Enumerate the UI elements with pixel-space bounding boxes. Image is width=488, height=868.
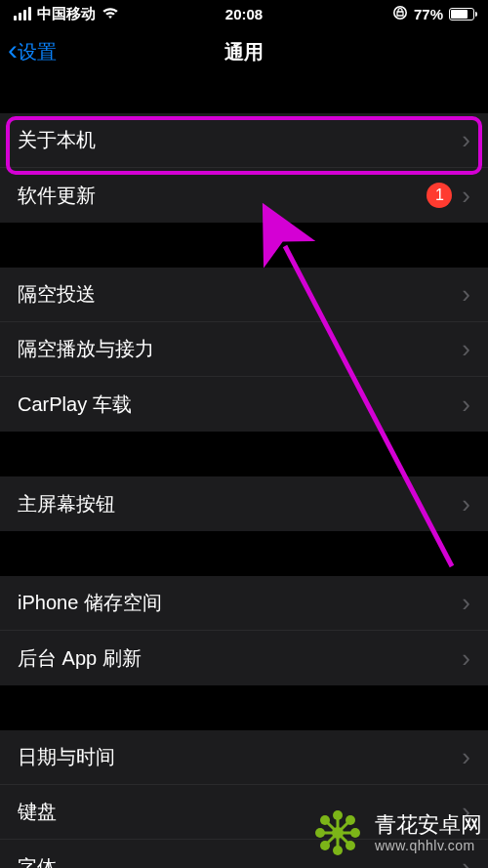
row-label: iPhone 储存空间 [18,590,452,616]
battery-icon [449,8,474,21]
notification-badge: 1 [427,183,452,208]
row-label: 后台 App 刷新 [18,645,452,672]
chevron-right-icon: › [462,588,470,618]
watermark: 青花安卓网 www.qhhlv.com [308,804,482,862]
chevron-right-icon: › [462,334,470,364]
chevron-right-icon: › [462,390,470,420]
wifi-icon [102,6,119,22]
row-label: 软件更新 [18,183,427,209]
svg-point-6 [350,828,360,838]
chevron-right-icon: › [462,181,470,211]
page-title: 通用 [224,39,264,65]
chevron-right-icon: › [462,742,470,772]
row-carplay[interactable]: CarPlay 车载› [0,377,488,432]
watermark-title: 青花安卓网 [375,812,482,837]
row-about[interactable]: 关于本机› [0,113,488,168]
svg-point-3 [333,810,343,820]
nav-bar: ‹ 设置 通用 [0,27,488,76]
settings-group: iPhone 储存空间›后台 App 刷新› [0,576,488,685]
chevron-right-icon: › [462,489,470,519]
back-button[interactable]: ‹ 设置 [8,37,57,66]
svg-point-4 [333,846,343,855]
row-home-button[interactable]: 主屏幕按钮› [0,476,488,531]
settings-group: 关于本机›软件更新1› [0,113,488,223]
row-software-update[interactable]: 软件更新1› [0,168,488,223]
watermark-url: www.qhhlv.com [375,838,482,853]
battery-percent: 77% [414,6,443,22]
row-label: 日期与时间 [18,744,452,770]
row-storage[interactable]: iPhone 储存空间› [0,576,488,631]
status-right: 77% [392,5,474,23]
carrier-label: 中国移动 [37,5,96,23]
settings-group: 主屏幕按钮› [0,476,488,531]
row-label: 隔空投送 [18,281,452,308]
row-date-time[interactable]: 日期与时间› [0,730,488,785]
row-airdrop[interactable]: 隔空投送› [0,268,488,322]
status-time: 20:08 [225,6,263,22]
watermark-logo-icon [308,804,367,862]
cellular-signal-icon [14,7,31,21]
orientation-lock-icon [392,5,408,23]
chevron-right-icon: › [462,125,470,155]
settings-group: 隔空投送›隔空播放与接力›CarPlay 车载› [0,268,488,432]
row-label: 隔空播放与接力 [18,336,452,362]
row-label: CarPlay 车载 [18,392,452,418]
row-airplay[interactable]: 隔空播放与接力› [0,322,488,377]
row-label: 主屏幕按钮 [18,491,452,517]
chevron-left-icon: ‹ [8,35,18,64]
status-left: 中国移动 [14,5,119,23]
chevron-right-icon: › [462,279,470,310]
status-bar: 中国移动 20:08 77% [0,0,488,27]
svg-point-5 [315,828,325,838]
settings-list: 关于本机›软件更新1›隔空投送›隔空播放与接力›CarPlay 车载›主屏幕按钮… [0,113,488,868]
row-bg-refresh[interactable]: 后台 App 刷新› [0,631,488,685]
chevron-right-icon: › [462,643,470,674]
back-label: 设置 [18,39,57,65]
row-label: 关于本机 [18,127,452,153]
